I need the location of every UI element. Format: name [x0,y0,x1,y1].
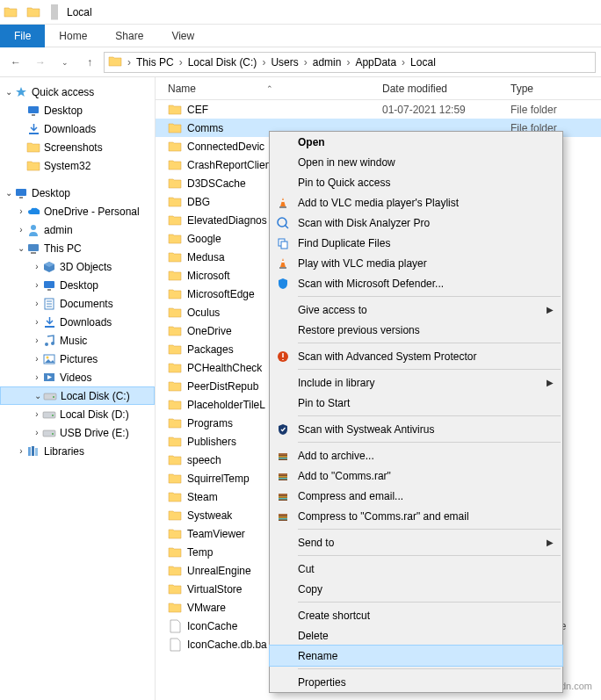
tree-drive-item[interactable]: ›USB Drive (E:) [0,423,155,442]
tree-qa-item[interactable]: Screenshots [0,138,155,156]
menu-label: Scan with Microsoft Defender... [298,278,444,290]
sort-indicator-icon: ⌃ [266,84,273,93]
column-date[interactable]: Date modified [382,83,510,95]
menu-item[interactable]: Find Duplicate Files [270,233,562,253]
tree-desktop-root[interactable]: ⌄ Desktop [0,184,155,202]
menu-item[interactable]: Compress and email... [270,486,562,506]
menu-item[interactable]: Pin to Quick access [270,172,562,192]
menu-item[interactable]: Pin to Start [270,393,562,413]
chevron-icon[interactable]: › [302,56,309,69]
column-name[interactable]: Name⌃ [156,83,382,95]
menu-item[interactable]: Add to "Comms.rar" [270,465,562,486]
tree-quick-access[interactable]: ⌄ Quick access [0,83,155,101]
crumb-thispc[interactable]: This PC [133,56,177,69]
breadcrumb[interactable]: › This PC › Local Disk (C:) › Users › ad… [104,52,596,73]
context-menu: OpenOpen in new windowPin to Quick acces… [269,131,563,693]
tree-admin[interactable]: › admin [0,220,155,239]
crumb-drive[interactable]: Local Disk (C:) [185,56,261,69]
menu-item[interactable]: Give access to▶ [270,299,562,320]
folder-icon [168,379,182,393]
file-tab[interactable]: File [0,25,45,47]
menu-item[interactable]: Play with VLC media player [270,253,562,273]
tree-qa-item[interactable]: System32 [0,156,155,175]
menu-item[interactable]: Scan with Advanced System Protector [270,346,562,366]
caret-icon[interactable]: ⌄ [16,243,26,253]
chevron-icon[interactable]: › [126,56,133,69]
tree-pc-item[interactable]: ›Documents [0,294,155,313]
menu-item[interactable]: Include in library▶ [270,372,562,393]
menu-separator [298,602,561,603]
crumb-users[interactable]: Users [267,56,301,69]
chevron-icon[interactable]: › [260,56,267,69]
tree-libraries[interactable]: › Libraries [0,442,155,460]
submenu-arrow-icon: ▶ [547,305,554,314]
menu-item[interactable]: Restore previous versions [270,320,562,340]
tree-pc-item[interactable]: ›3D Objects [0,257,155,276]
menu-item[interactable]: Send to▶ [270,532,562,552]
chevron-icon[interactable]: › [400,56,407,69]
crumb-admin[interactable]: admin [309,56,345,69]
tab-share[interactable]: Share [101,25,157,47]
caret-icon[interactable]: › [16,206,26,216]
svg-rect-7 [31,252,36,254]
caret-icon[interactable]: › [16,225,26,235]
tree-thispc[interactable]: ⌄ This PC [0,239,155,257]
qat-explorer-icon[interactable] [25,4,42,21]
file-name: DBG [187,196,210,208]
vlc-icon [275,195,291,211]
tab-home[interactable]: Home [45,25,101,47]
menu-item[interactable]: Compress to "Comms.rar" and email [270,506,562,526]
column-type[interactable]: Type [510,83,601,95]
menu-item[interactable]: Create shortcut [270,605,562,625]
menu-item[interactable]: Scan with Systweak Antivirus [270,419,562,439]
menu-item[interactable]: Scan with Disk Analyzer Pro [270,213,562,233]
cloud-icon [26,205,40,219]
chevron-icon[interactable]: › [177,56,185,69]
folder-icon [168,435,182,449]
svg-rect-47 [279,494,287,495]
file-row[interactable]: CEF01-07-2021 12:59File folder [156,100,601,119]
file-name: CEF [187,104,208,116]
tree-label: OneDrive - Personal [44,206,140,218]
up-button[interactable]: ↑ [79,52,100,73]
caret-icon[interactable]: › [16,446,26,456]
menu-label: Scan with Disk Analyzer Pro [298,217,430,229]
menu-item[interactable]: Copy [270,579,562,599]
menu-item[interactable]: Delete [270,625,562,646]
menu-item[interactable]: Add to VLC media player's Playlist [270,192,562,213]
tree-pc-item[interactable]: ›Desktop [0,276,155,294]
tree-pc-item[interactable]: ›Music [0,331,155,350]
menu-item[interactable]: Rename [269,645,563,667]
caret-icon[interactable]: ⌄ [4,188,14,198]
menu-item[interactable]: Open in new window [270,152,562,172]
crumb-appdata[interactable]: AppData [351,56,400,69]
menu-item[interactable]: Cut [270,559,562,579]
tab-view[interactable]: View [157,25,208,47]
back-button[interactable]: ← [5,52,26,73]
window-title: Local [67,6,92,18]
file-name: Packages [187,343,234,356]
svg-point-21 [53,396,54,398]
file-name: SquirrelTemp [187,473,250,485]
tree-pc-item[interactable]: ›Pictures [0,350,155,368]
tree-qa-item[interactable]: Desktop [0,101,155,119]
tree-drive-item[interactable]: ⌄Local Disk (C:) [0,386,155,405]
menu-item[interactable]: Scan with Microsoft Defender... [270,273,562,293]
asp-icon [275,349,291,364]
menu-item[interactable]: Add to archive... [270,445,562,465]
recent-dropdown[interactable]: ⌄ [54,52,76,73]
tree-pc-item[interactable]: ›Downloads [0,313,155,331]
tree-onedrive[interactable]: › OneDrive - Personal [0,202,155,220]
tree-pc-item[interactable]: ›Videos [0,368,155,386]
tree-drive-item[interactable]: ›Local Disk (D:) [0,405,155,423]
tree-qa-item[interactable]: Downloads [0,119,155,138]
menu-item[interactable]: Properties [270,672,562,692]
svg-rect-41 [279,458,287,459]
menu-item[interactable]: Open [270,132,562,152]
chevron-icon[interactable]: › [344,56,351,69]
caret-icon[interactable]: ⌄ [4,87,14,97]
menu-label: Include in library [298,377,374,389]
forward-button[interactable]: → [30,52,51,73]
crumb-local[interactable]: Local [407,56,439,69]
file-name: D3DSCache [187,177,246,190]
